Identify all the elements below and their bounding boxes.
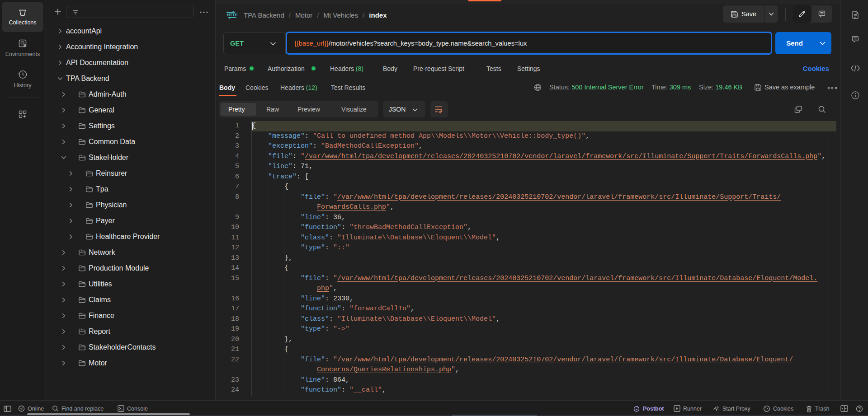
svg-text:HTTP: HTTP [227,13,237,17]
